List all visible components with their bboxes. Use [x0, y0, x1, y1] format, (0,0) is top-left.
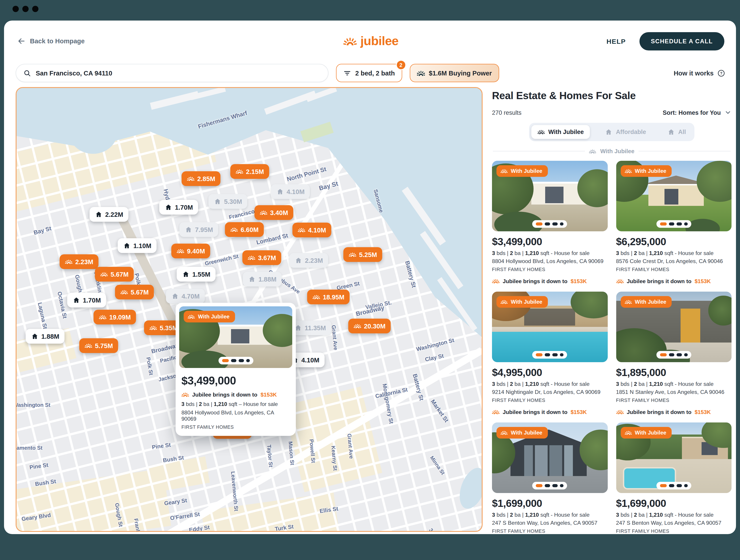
help-link[interactable]: HELP: [607, 37, 626, 45]
image-carousel-dots[interactable]: [656, 482, 691, 489]
image-carousel-dots[interactable]: [656, 220, 691, 228]
listings-grid: With Jubilee $3,499,000 3 bds | 2 ba | 1…: [492, 161, 732, 534]
map-price-pin[interactable]: 3.67M: [243, 250, 282, 265]
back-to-homepage-link[interactable]: Back to Hompage: [17, 37, 85, 45]
listing-address: 9214 Nightingale Dr, Los Angeles, CA 900…: [492, 389, 608, 395]
listing-card[interactable]: With Jubilee $1,699,000 3 bds | 2 ba | 1…: [492, 423, 608, 534]
map-price-pin[interactable]: 4.10M: [292, 223, 332, 237]
map-price-pin[interactable]: 19.09M: [94, 310, 136, 324]
jubilee-logo[interactable]: jubilee: [344, 34, 398, 48]
pin-price: 5.25M: [359, 251, 377, 258]
with-jubilee-divider: With Jubilee: [493, 148, 731, 154]
jubilee-discount-line: Jubilee brings it down to $153K: [492, 278, 608, 285]
listing-specs: 3 bds | 2 ba | 1,210 sqft - House for sa…: [616, 381, 732, 387]
sunburst-icon: [354, 323, 361, 329]
sunburst-icon: [500, 299, 507, 305]
image-carousel-dots[interactable]: [533, 220, 567, 228]
pin-price: 2.85M: [197, 175, 215, 182]
map-price-pin[interactable]: 2.15M: [230, 164, 269, 179]
map-price-pin[interactable]: 1.70M: [159, 200, 198, 215]
map-price-pin[interactable]: 5.30M: [208, 194, 248, 209]
image-carousel-dots[interactable]: [656, 351, 691, 359]
map-price-pin[interactable]: 2.23M: [60, 254, 99, 269]
map-price-pin[interactable]: 5.67M: [95, 267, 134, 282]
sunburst-logo-icon: [344, 35, 357, 47]
map-price-pin[interactable]: 1.10M: [118, 238, 157, 253]
sort-dropdown[interactable]: Sort: Homes for You: [663, 109, 732, 116]
listing-specs: 3 bds | 2 ba | 1,210 sqft – House for sa…: [181, 401, 290, 407]
map-listing-popup[interactable]: With Jubilee $3,499,000 Jubilee brings i…: [176, 303, 296, 436]
map-price-pin[interactable]: 20.30M: [348, 319, 391, 333]
listing-brokerage: FIRST FAMILY HOMES: [616, 398, 732, 403]
sunburst-icon: [312, 294, 320, 300]
beds-baths-filter-chip[interactable]: 2 bed, 2 bath 2: [336, 64, 402, 82]
sunburst-icon: [616, 409, 624, 415]
listing-photo: With Jubilee: [616, 161, 732, 231]
map-price-pin[interactable]: 4.70M: [166, 289, 205, 304]
buying-power-chip[interactable]: $1.6M Buying Power: [409, 64, 499, 82]
map-price-pin[interactable]: 1.55M: [177, 267, 216, 282]
listing-photo: With Jubilee: [616, 292, 732, 362]
map-price-pin[interactable]: 9.40M: [171, 244, 210, 258]
popup-body: $3,499,000 Jubilee brings it down to $15…: [176, 371, 296, 436]
map-canvas[interactable]: Fishermans WharfNorth Point StBay StBay …: [16, 87, 483, 532]
house-icon: [276, 188, 284, 195]
listing-photo: With Jubilee: [492, 423, 608, 493]
listing-price: $3,499,000: [492, 236, 608, 248]
listing-body: $1,699,000 3 bds | 2 ba | 1,210 sqft - H…: [492, 497, 608, 534]
listing-card[interactable]: With Jubilee $4,995,000 3 bds | 2 ba | 1…: [492, 292, 608, 415]
map-price-pin[interactable]: 5.67M: [115, 285, 154, 300]
with-jubilee-badge: With Jubilee: [621, 427, 672, 439]
map-price-pin[interactable]: 1.88M: [243, 272, 282, 287]
map-price-pin[interactable]: 4.10M: [271, 184, 310, 199]
tab-with-jubilee[interactable]: With Jubilee: [531, 125, 590, 139]
map-price-pin[interactable]: 2.85M: [182, 171, 221, 186]
house-icon: [667, 129, 674, 135]
jubilee-discount-line: Jubilee brings it down to $153K: [181, 391, 290, 398]
listing-card[interactable]: With Jubilee $3,499,000 3 bds | 2 ba | 1…: [492, 161, 608, 285]
listing-price: $6,295,000: [616, 236, 732, 248]
sunburst-icon: [500, 430, 507, 436]
street-label: Washington St: [16, 402, 51, 408]
listing-card[interactable]: With Jubilee $1,699,000 3 bds | 2 ba | 1…: [616, 423, 732, 534]
map-price-pin[interactable]: 1.70M: [67, 293, 106, 308]
pin-price: 1.70M: [83, 297, 101, 304]
image-carousel-dots[interactable]: [218, 357, 253, 364]
map-price-pin[interactable]: 7.95M: [179, 222, 218, 237]
tab-affordable[interactable]: Affordable: [599, 125, 652, 139]
search-value: San Francisco, CA 94110: [36, 70, 112, 77]
image-carousel-dots[interactable]: [533, 351, 567, 359]
listing-price: $4,995,000: [492, 367, 608, 379]
listing-photo: With Jubilee: [616, 423, 732, 493]
image-carousel-dots[interactable]: [533, 482, 567, 489]
pin-price: 2.23M: [305, 257, 323, 264]
listing-address: 8576 Cole Crest Dr, Los Angeles, CA 9004…: [616, 258, 732, 264]
street-label: Sacramento St: [16, 445, 42, 451]
brand-wordmark: jubilee: [360, 34, 398, 48]
listing-brokerage: FIRST FAMILY HOMES: [492, 528, 608, 534]
results-meta: 270 results Sort: Homes for You: [492, 109, 732, 116]
tab-all[interactable]: All: [661, 125, 692, 139]
listing-card[interactable]: With Jubilee $6,295,000 3 bds | 2 ba | 1…: [616, 161, 732, 285]
how-it-works-link[interactable]: How it works: [674, 69, 725, 77]
map-price-pin[interactable]: 3.40M: [255, 205, 294, 220]
search-input[interactable]: San Francisco, CA 94110: [16, 64, 329, 82]
map-price-pin[interactable]: 18.95M: [307, 290, 350, 304]
popup-photo: With Jubilee: [179, 306, 292, 368]
pin-price: 1.10M: [133, 242, 152, 249]
arrow-left-icon: [17, 37, 25, 45]
results-panel: Real Estate & Homes For Sale 270 results…: [492, 87, 733, 534]
sunburst-icon: [538, 129, 545, 135]
map-price-pin[interactable]: 2.22M: [90, 207, 129, 222]
map-price-pin[interactable]: 5.75M: [79, 338, 118, 353]
map-price-pin[interactable]: 1.88M: [26, 329, 65, 344]
pin-price: 4.10M: [308, 226, 326, 234]
listing-card[interactable]: With Jubilee $1,895,000 3 bds | 2 ba | 1…: [616, 292, 732, 415]
map-price-pin[interactable]: 5.25M: [344, 247, 382, 262]
jubilee-discount-line: Jubilee brings it down to $153K: [492, 409, 608, 415]
listing-body: $1,895,000 3 bds | 2 ba | 1,210 sqft - H…: [616, 367, 732, 415]
sunburst-icon: [181, 391, 189, 398]
map-price-pin[interactable]: 2.23M: [289, 253, 329, 268]
schedule-call-button[interactable]: SCHEDULE A CALL: [639, 32, 724, 50]
map-price-pin[interactable]: 6.60M: [225, 222, 264, 237]
